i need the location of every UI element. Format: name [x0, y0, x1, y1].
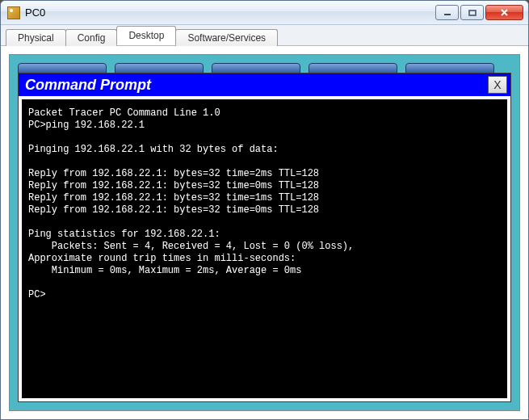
- terminal-output[interactable]: Packet Tracer PC Command Line 1.0 PC>pin…: [22, 99, 507, 398]
- close-button[interactable]: [485, 5, 523, 20]
- command-prompt-close-button[interactable]: X: [488, 76, 507, 94]
- tab-strip: Physical Config Desktop Software/Service…: [1, 25, 528, 46]
- svg-rect-0: [469, 10, 476, 15]
- tab-software-services[interactable]: Software/Services: [175, 29, 278, 46]
- app-icon: [7, 6, 20, 19]
- window-title: PC0: [25, 6, 435, 19]
- tab-physical[interactable]: Physical: [6, 29, 66, 46]
- minimize-icon: [443, 10, 451, 16]
- command-prompt-window: Command Prompt X Packet Tracer PC Comman…: [18, 73, 511, 402]
- command-prompt-title: Command Prompt: [25, 77, 488, 94]
- tab-desktop[interactable]: Desktop: [116, 26, 176, 45]
- window-titlebar[interactable]: PC0: [1, 1, 528, 25]
- close-icon: [500, 9, 509, 16]
- window-controls: [435, 5, 523, 20]
- desktop-background: Command Prompt X Packet Tracer PC Comman…: [9, 54, 520, 411]
- maximize-button[interactable]: [460, 5, 484, 20]
- content-area: Command Prompt X Packet Tracer PC Comman…: [1, 46, 528, 419]
- maximize-icon: [468, 10, 477, 16]
- tab-config[interactable]: Config: [65, 29, 118, 46]
- minimize-button[interactable]: [435, 5, 459, 20]
- app-window: PC0 Physical Config Desktop Software/Ser…: [0, 0, 529, 420]
- command-prompt-titlebar[interactable]: Command Prompt X: [19, 74, 510, 96]
